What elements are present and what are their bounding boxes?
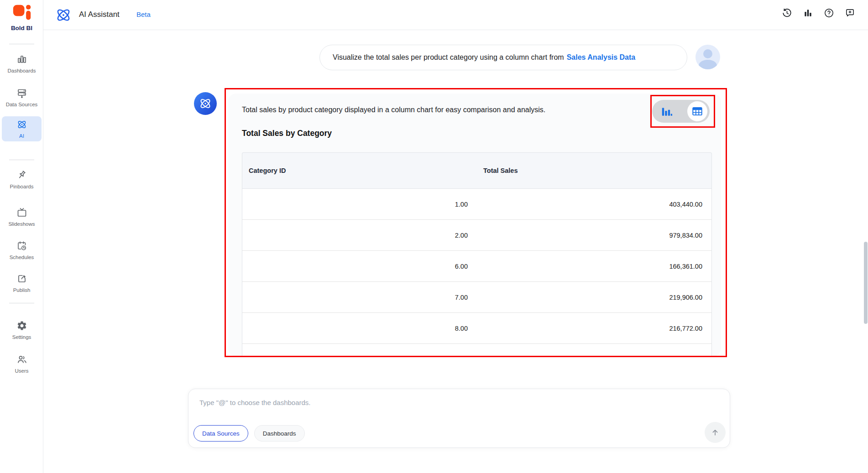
sidebar-item-users[interactable]: Users — [2, 351, 42, 376]
total-sales-table: Category ID Total Sales 1.00 403,440.00 … — [242, 152, 712, 356]
context-chips: Data Sources Dashboards — [193, 425, 305, 442]
page-title: AI Assistant — [79, 10, 120, 19]
sidebar-item-ai[interactable]: AI — [2, 116, 42, 141]
table-header-row: Category ID Total Sales — [242, 152, 712, 189]
data-sources-icon — [16, 88, 27, 99]
chart-table-view-toggle[interactable] — [652, 100, 710, 123]
sidebar-divider — [9, 303, 34, 303]
bold-bi-ai-assistant-page: Bold BI Dashboards Data Sources AI P — [0, 0, 868, 473]
sidebar-item-label: Users — [15, 368, 28, 374]
chart-view-option[interactable] — [652, 100, 680, 123]
pinboard-icon — [16, 170, 27, 181]
user-avatar — [695, 45, 720, 69]
bar-chart-icon — [660, 105, 672, 117]
data-source-link[interactable]: Sales Analysis Data — [567, 53, 636, 62]
sidebar-item-label: Pinboards — [10, 184, 34, 189]
top-header: AI Assistant Beta — [43, 0, 868, 30]
dashboards-icon — [16, 54, 27, 65]
sidebar-item-label: Schedules — [10, 255, 34, 260]
ai-response-bubble: Total sales by product category displaye… — [228, 94, 721, 356]
cell-total-sales: 166,361.00 — [477, 251, 712, 282]
cell-category-id: 1.00 — [242, 189, 477, 220]
cell-category-id: 6.00 — [242, 251, 477, 282]
chip-dashboards[interactable]: Dashboards — [254, 425, 305, 442]
vertical-scrollbar[interactable] — [864, 242, 868, 324]
help-icon[interactable] — [824, 8, 834, 18]
bold-bi-logo[interactable]: Bold BI — [0, 4, 43, 31]
publish-icon — [16, 273, 27, 284]
cell-category-id: 8.00 — [242, 313, 477, 344]
cell-total-sales: 403,440.00 — [477, 189, 712, 220]
table-title: Total Sales by Category — [242, 129, 332, 138]
sidebar-item-label: Slideshows — [8, 221, 35, 227]
cell-total-sales: 216,772.00 — [477, 313, 712, 344]
header-actions — [782, 8, 855, 18]
cell-category-id: 2.00 — [242, 220, 477, 251]
sidebar-item-label: Settings — [12, 334, 31, 340]
send-button[interactable] — [705, 422, 726, 443]
schedule-icon — [16, 240, 27, 251]
table-icon — [691, 105, 703, 117]
up-arrow-icon — [711, 428, 720, 437]
sidebar-divider — [9, 44, 34, 44]
users-icon — [16, 354, 27, 365]
sidebar-item-label: Data Sources — [6, 102, 38, 107]
table-row: 2.00 979,834.00 — [242, 220, 712, 251]
sidebar-item-pinboards[interactable]: Pinboards — [2, 167, 42, 192]
table-row: 8.00 216,772.00 — [242, 313, 712, 344]
table-row: 6.00 166,361.00 — [242, 251, 712, 282]
cell-total-sales: 219,906.00 — [477, 282, 712, 313]
user-message-text: Visualize the total sales per product ca… — [333, 53, 564, 62]
ai-assistant-avatar — [194, 92, 217, 115]
bold-bi-logo-icon — [12, 4, 31, 22]
column-header-category-id: Category ID — [242, 152, 477, 189]
cell-total-sales: 979,834.00 — [477, 220, 712, 251]
sidebar-divider — [9, 160, 34, 160]
table-row: 7.00 219,906.00 — [242, 282, 712, 313]
chat-input[interactable] — [199, 395, 656, 409]
response-summary-text: Total sales by product category displaye… — [242, 106, 575, 114]
chip-data-sources[interactable]: Data Sources — [193, 425, 248, 442]
avatar-head-shape — [703, 49, 712, 58]
feedback-icon[interactable] — [845, 8, 855, 18]
usage-chart-icon[interactable] — [803, 8, 813, 18]
user-message-bubble: Visualize the total sales per product ca… — [319, 45, 687, 70]
avatar-body-shape — [699, 60, 717, 69]
sidebar-item-label: AI — [19, 133, 24, 139]
slideshow-icon — [16, 207, 27, 218]
cell-category-id: 7.00 — [242, 282, 477, 313]
table-view-option-selected[interactable] — [687, 101, 707, 121]
column-header-total-sales: Total Sales — [477, 152, 712, 189]
ai-atom-icon — [16, 119, 27, 130]
sidebar-item-schedules[interactable]: Schedules — [2, 238, 42, 263]
sidebar-item-label: Dashboards — [7, 68, 36, 73]
cell-total-sales — [477, 344, 712, 356]
sidebar-item-publish[interactable]: Publish — [2, 270, 42, 296]
sidebar: Bold BI Dashboards Data Sources AI P — [0, 0, 43, 473]
sidebar-item-label: Publish — [13, 287, 31, 293]
sidebar-item-settings[interactable]: Settings — [2, 317, 42, 343]
logo-label: Bold BI — [11, 25, 32, 31]
ai-atom-icon — [199, 97, 212, 110]
sidebar-item-slideshows[interactable]: Slideshows — [2, 204, 42, 229]
settings-icon — [16, 320, 27, 331]
cell-category-id — [242, 344, 477, 356]
sidebar-item-dashboards[interactable]: Dashboards — [2, 51, 42, 76]
table-row: 1.00 403,440.00 — [242, 189, 712, 220]
history-icon[interactable] — [782, 8, 792, 18]
ai-assistant-icon — [55, 6, 72, 24]
beta-badge: Beta — [136, 10, 151, 18]
table-row-partial — [242, 344, 712, 356]
message-composer: Data Sources Dashboards — [188, 389, 730, 448]
sidebar-item-data-sources[interactable]: Data Sources — [2, 85, 42, 110]
